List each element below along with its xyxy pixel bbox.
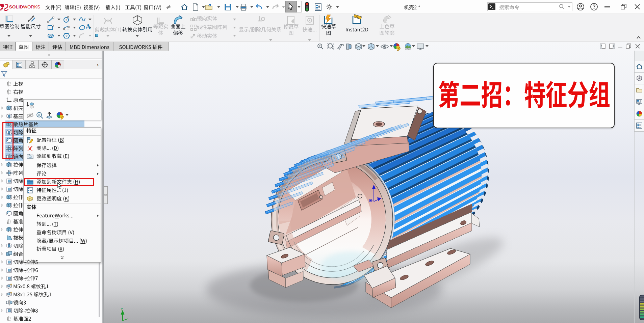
svg-text:Y: Y <box>121 307 123 311</box>
